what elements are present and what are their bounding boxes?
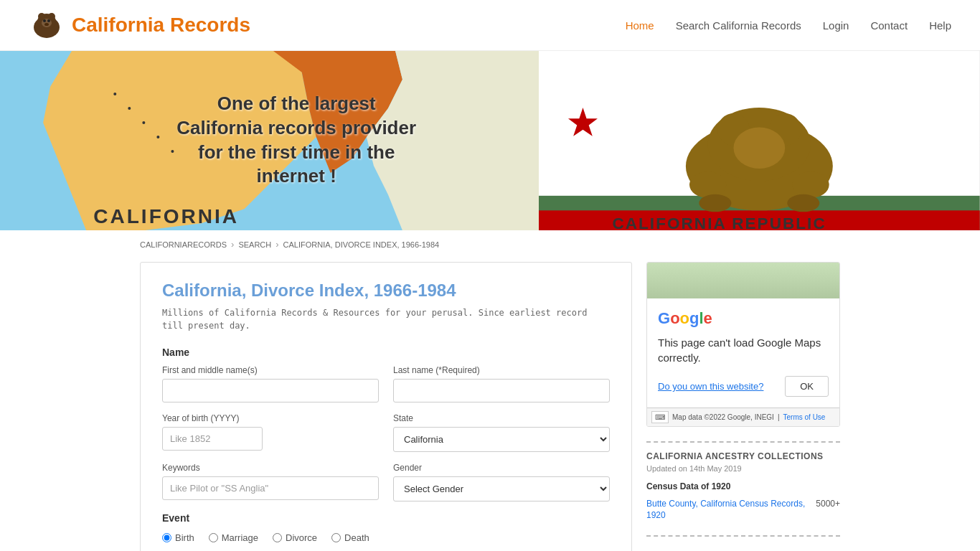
main-nav: Home Search California Records Login Con… <box>626 19 951 32</box>
year-label: Year of birth (YYYY) <box>162 413 379 423</box>
ancestry-item-count: 5000+ <box>816 499 840 509</box>
breadcrumb: CALIFORNIARECORDS › SEARCH › CALIFORNIA,… <box>0 230 980 258</box>
last-name-input[interactable] <box>393 379 610 402</box>
radio-birth-input[interactable] <box>162 533 171 542</box>
svg-point-3 <box>48 13 55 20</box>
maps-error-text: This page can't load Google Maps correct… <box>658 335 829 365</box>
svg-point-15 <box>156 136 159 138</box>
ancestry-item: Butte County, California Census Records,… <box>646 499 840 521</box>
hero-banner: CALIFORNIA One of the largest California… <box>0 51 980 230</box>
year-state-row: Year of birth (YYYY) State California Al… <box>162 413 610 452</box>
nav-home[interactable]: Home <box>626 19 654 32</box>
year-col: Year of birth (YYYY) <box>162 413 379 452</box>
radio-death-label: Death <box>344 532 369 543</box>
radio-marriage-input[interactable] <box>209 533 218 542</box>
svg-point-26 <box>734 128 786 169</box>
svg-point-2 <box>38 13 45 20</box>
breadcrumb-home[interactable]: CALIFORNIARECORDS <box>140 240 227 249</box>
svg-text:CALIFORNIA  REPUBLIC: CALIFORNIA REPUBLIC <box>613 215 826 230</box>
hero-map: CALIFORNIA One of the largest California… <box>0 51 539 230</box>
nav-help[interactable]: Help <box>929 19 951 32</box>
svg-point-14 <box>142 121 145 124</box>
maps-ok-button[interactable]: OK <box>785 376 829 397</box>
breadcrumb-sep-1: › <box>231 239 234 250</box>
state-col: State California Alabama Alaska Arizona … <box>393 413 610 452</box>
ancestry-item-link[interactable]: Butte County, California Census Records,… <box>646 499 809 521</box>
logo-text: California Records <box>72 14 250 37</box>
keywords-input[interactable] <box>162 476 379 500</box>
header: California Records Home Search Californi… <box>0 0 980 51</box>
hero-flag: CALIFORNIA REPUBLIC <box>539 51 980 230</box>
nav-contact[interactable]: Contact <box>870 19 908 32</box>
sidebar: Google This page can't load Google Maps … <box>646 262 840 551</box>
radio-death[interactable]: Death <box>331 532 369 543</box>
svg-point-29 <box>699 194 732 212</box>
year-input[interactable] <box>162 427 263 451</box>
gender-label: Gender <box>393 463 610 473</box>
radio-marriage-label: Marriage <box>222 532 258 543</box>
radio-death-input[interactable] <box>331 533 341 542</box>
gender-select[interactable]: Select Gender Male Female <box>393 476 610 501</box>
ancestry-section: CALIFORNIA ANCESTRY COLLECTIONS Updated … <box>646 441 840 537</box>
maps-error-actions: Do you own this website? OK <box>658 376 829 397</box>
radio-marriage[interactable]: Marriage <box>209 532 258 543</box>
svg-point-5 <box>43 19 46 22</box>
breadcrumb-sep-2: › <box>275 239 278 250</box>
first-name-col: First and middle name(s) <box>162 365 379 402</box>
radio-birth[interactable]: Birth <box>162 532 194 543</box>
ancestry-updated: Updated on 14th May 2019 <box>646 464 840 473</box>
first-name-label: First and middle name(s) <box>162 365 379 375</box>
google-logo: Google <box>658 309 829 328</box>
maps-error-content: Google This page can't load Google Maps … <box>647 298 839 408</box>
name-group-label: Name <box>162 347 610 358</box>
gender-col: Gender Select Gender Male Female <box>393 463 610 501</box>
svg-point-6 <box>47 19 50 22</box>
bear-logo-icon <box>29 7 65 43</box>
maps-error-box: Google This page can't load Google Maps … <box>646 262 840 427</box>
svg-point-27 <box>689 171 726 198</box>
maps-footer: ⌨ Map data ©2022 Google, INEGI | Terms o… <box>647 408 839 426</box>
svg-point-16 <box>171 150 174 153</box>
name-row: First and middle name(s) Last name (*Req… <box>162 365 610 402</box>
radio-divorce[interactable]: Divorce <box>273 532 317 543</box>
keywords-col: Keywords <box>162 463 379 501</box>
census-header: Census Data of 1920 <box>646 481 840 491</box>
breadcrumb-current: CALIFORNIA, DIVORCE INDEX, 1966-1984 <box>283 240 440 249</box>
svg-point-7 <box>44 23 49 26</box>
main-layout: California, Divorce Index, 1966-1984 Mil… <box>0 258 980 551</box>
form-title: California, Divorce Index, 1966-1984 <box>162 281 610 301</box>
form-subtitle: Millions of California Records & Resourc… <box>162 306 610 332</box>
nav-login[interactable]: Login <box>823 19 849 32</box>
flag-svg: CALIFORNIA REPUBLIC <box>539 51 980 230</box>
event-radio-row: Birth Marriage Divorce Death <box>162 532 610 543</box>
keywords-gender-row: Keywords Gender Select Gender Male Femal… <box>162 463 610 501</box>
state-select[interactable]: California Alabama Alaska Arizona Arkans… <box>393 427 610 452</box>
map-preview <box>647 263 839 298</box>
last-name-col: Last name (*Required) <box>393 365 610 402</box>
maps-own-link[interactable]: Do you own this website? <box>658 381 763 392</box>
hero-overlay: One of the largest California records pr… <box>175 92 418 189</box>
last-name-label: Last name (*Required) <box>393 365 610 375</box>
hero-text: One of the largest California records pr… <box>175 92 418 189</box>
nav-search[interactable]: Search California Records <box>676 19 801 32</box>
svg-point-13 <box>128 107 131 110</box>
keyboard-icon: ⌨ <box>651 411 669 423</box>
radio-divorce-label: Divorce <box>286 532 317 543</box>
maps-data-text: Map data ©2022 Google, INEGI <box>672 413 774 421</box>
form-section: California, Divorce Index, 1966-1984 Mil… <box>140 262 632 551</box>
keywords-label: Keywords <box>162 463 379 473</box>
logo-area: California Records <box>29 7 250 43</box>
svg-point-30 <box>788 194 820 212</box>
maps-terms-link[interactable]: Terms of Use <box>783 413 826 421</box>
radio-divorce-input[interactable] <box>273 533 282 542</box>
svg-point-12 <box>113 93 116 95</box>
breadcrumb-search[interactable]: SEARCH <box>238 240 271 249</box>
ancestry-title: CALIFORNIA ANCESTRY COLLECTIONS <box>646 451 840 461</box>
svg-point-28 <box>793 171 829 198</box>
radio-birth-label: Birth <box>175 532 194 543</box>
state-label: State <box>393 413 610 423</box>
first-name-input[interactable] <box>162 379 379 402</box>
event-section-label: Event <box>162 512 610 524</box>
svg-text:CALIFORNIA: CALIFORNIA <box>93 205 239 227</box>
